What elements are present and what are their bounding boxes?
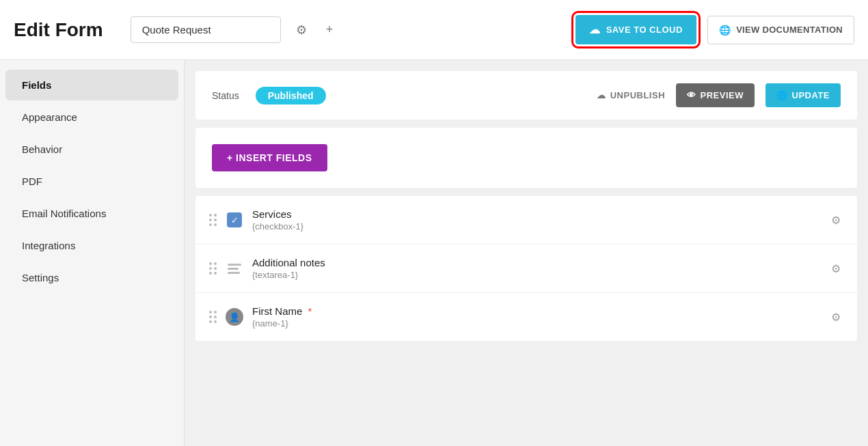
field-name: Additional notes: [252, 257, 820, 268]
sidebar-item-fields[interactable]: Fields: [5, 70, 178, 100]
sidebar-item-appearance[interactable]: Appearance: [5, 102, 178, 133]
view-documentation-button[interactable]: 🌐 VIEW DOCUMENTATION: [707, 16, 854, 44]
field-id: {textarea-1}: [252, 270, 820, 280]
field-settings-button[interactable]: ⚙: [828, 308, 843, 326]
field-settings-button[interactable]: ⚙: [828, 260, 843, 278]
settings-icon-button[interactable]: ⚙: [292, 18, 311, 42]
table-row: Additional notes {textarea-1} ⚙: [195, 245, 857, 293]
sidebar-item-email-notifications[interactable]: Email Notifications: [5, 198, 178, 229]
gear-icon: ⚙: [296, 23, 307, 38]
drag-handle[interactable]: [209, 214, 217, 226]
field-info: Additional notes {textarea-1}: [252, 257, 820, 280]
sidebar-item-pdf[interactable]: PDF: [5, 166, 178, 197]
add-icon-button[interactable]: +: [322, 18, 338, 41]
update-button[interactable]: 🌐 UPDATE: [765, 83, 841, 107]
cloud-upload-icon: ☁: [589, 23, 601, 36]
sidebar-item-behavior[interactable]: Behavior: [5, 134, 178, 165]
preview-button[interactable]: 👁 PREVIEW: [676, 83, 755, 107]
field-name: First Name *: [252, 305, 820, 317]
sidebar-item-settings[interactable]: Settings: [5, 262, 178, 293]
cloud-icon-unpublish: ☁: [597, 90, 606, 100]
textarea-type-icon: [225, 259, 244, 278]
checkbox-type-icon: ✓: [225, 210, 244, 229]
insert-fields-button[interactable]: + INSERT FIELDS: [212, 144, 327, 171]
field-name: Services: [252, 208, 820, 220]
field-id: {name-1}: [252, 318, 820, 329]
sidebar-item-integrations[interactable]: Integrations: [5, 230, 178, 261]
table-row: 👤 First Name * {name-1} ⚙: [195, 293, 857, 341]
required-indicator: *: [308, 305, 312, 317]
field-info: First Name * {name-1}: [252, 305, 820, 329]
person-type-icon: 👤: [225, 307, 244, 326]
globe-icon: 🌐: [719, 25, 731, 36]
drag-handle[interactable]: [209, 311, 217, 323]
field-info: Services {checkbox-1}: [252, 208, 820, 232]
table-row: ✓ Services {checkbox-1} ⚙: [195, 196, 857, 245]
insert-fields-area: + INSERT FIELDS: [195, 128, 857, 188]
fields-list: ✓ Services {checkbox-1} ⚙: [195, 196, 857, 341]
status-bar: Status Published ☁ UNPUBLISH 👁 PREVIEW 🌐…: [195, 71, 857, 120]
drag-handle[interactable]: [209, 262, 217, 275]
page-title: Edit Form: [14, 19, 103, 41]
field-id: {checkbox-1}: [252, 221, 820, 232]
field-settings-button[interactable]: ⚙: [828, 211, 843, 229]
globe-icon-update: 🌐: [776, 90, 788, 100]
main-layout: Fields Appearance Behavior PDF Email Not…: [0, 60, 868, 446]
plus-icon: +: [326, 23, 334, 37]
form-name-input[interactable]: [131, 16, 281, 43]
eye-icon: 👁: [687, 90, 696, 100]
status-label: Status: [212, 90, 239, 101]
save-to-cloud-button[interactable]: ☁ SAVE TO CLOUD: [575, 15, 696, 44]
published-badge: Published: [256, 87, 326, 104]
app-header: Edit Form ⚙ + ☁ SAVE TO CLOUD 🌐 VIEW DOC…: [0, 0, 868, 60]
sidebar: Fields Appearance Behavior PDF Email Not…: [0, 60, 185, 446]
unpublish-button[interactable]: ☁ UNPUBLISH: [597, 90, 665, 100]
main-content: Status Published ☁ UNPUBLISH 👁 PREVIEW 🌐…: [185, 60, 868, 446]
